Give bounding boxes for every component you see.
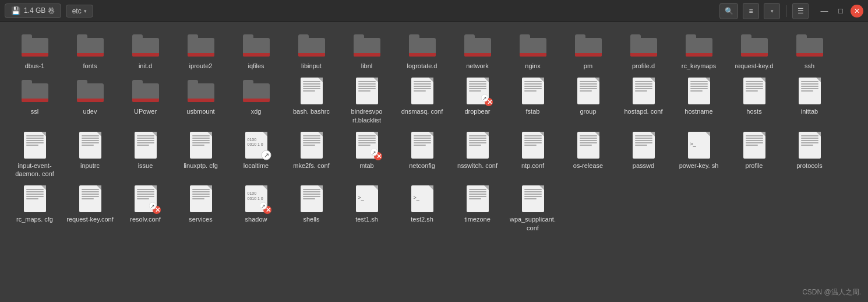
list-item[interactable]: udev [62,73,118,128]
list-item[interactable]: netconfig [394,128,450,182]
file-icon [76,185,104,213]
list-item[interactable]: 0100 0010 1 0↗localtime [228,128,284,182]
titlebar-right: 🔍 ≡ ▾ ☰ — □ ✕ [719,3,863,19]
file-icon [242,77,270,105]
list-item[interactable]: iproute2 [173,28,228,73]
list-item[interactable]: group [560,73,616,128]
file-name-label: hosts [746,107,761,115]
view-list-button[interactable]: ≡ [743,3,759,19]
list-item[interactable]: wpa_supplicant. conf [505,181,560,236]
list-item[interactable]: bash. bashrc [284,73,339,128]
list-item[interactable]: linuxptp. cfg [173,128,228,182]
list-item[interactable]: timezone [450,181,505,236]
list-item[interactable]: request-key.d [726,28,782,73]
dropdown-arrow: ▾ [84,8,87,14]
list-item[interactable]: protocols [782,128,837,182]
list-item[interactable]: libnl [339,28,394,73]
list-item[interactable]: xdg [228,73,284,128]
file-name-label: inittab [801,107,818,115]
hamburger-menu-button[interactable]: ☰ [792,3,809,19]
list-item[interactable]: rc_maps. cfg [7,181,62,236]
svg-text:↗: ↗ [372,150,376,156]
list-item[interactable]: dnsmasq. conf [394,73,450,128]
volume-indicator[interactable]: 💾 1.4 GB 卷 [5,3,61,18]
list-item[interactable]: fonts [62,28,118,73]
list-item[interactable]: profile.d [616,28,671,73]
file-name-label: timezone [464,215,491,223]
file-name-label: udev [83,107,97,115]
file-grid: dbus-1fontsinit.diproute2iqfileslibinput… [0,22,868,302]
file-icon [298,131,326,159]
list-item[interactable]: passwd [616,128,671,182]
path-breadcrumb[interactable]: etc ▾ [66,5,93,17]
file-icon [408,131,436,159]
list-item[interactable]: issue [118,128,173,182]
list-item[interactable]: UPower [118,73,173,128]
list-item[interactable]: shells [284,181,339,236]
file-icon [132,77,160,105]
file-icon [242,31,270,59]
file-icon [76,131,104,159]
list-item[interactable]: input-event-daemon. conf [7,128,62,182]
list-item[interactable]: init.d [118,28,173,73]
file-name-label: dnsmasq. conf [401,107,443,115]
list-item[interactable]: nginx [505,28,560,73]
list-item[interactable]: inputrc [62,128,118,182]
list-item[interactable]: fstab [505,73,560,128]
file-name-label: ssh [805,62,814,70]
maximize-icon: □ [838,6,843,15]
list-item[interactable]: 0100 0010 1 0✕↗shadow [228,181,284,236]
list-item[interactable]: profile [726,128,782,182]
file-name-label: dropbear [464,107,490,115]
file-name-label: ssl [31,107,38,115]
file-icon: >_ [408,185,436,213]
list-item[interactable]: >_power-key. sh [671,128,726,182]
file-name-label: libnl [361,62,373,70]
file-name-label: linuxptp. cfg [184,161,218,170]
file-name-label: mtab [359,161,373,170]
file-name-label: ntp.conf [521,161,544,170]
list-item[interactable]: hostapd. conf [616,73,671,128]
list-item[interactable]: pm [560,28,616,73]
file-name-label: iproute2 [189,62,213,70]
list-item[interactable]: inittab [782,73,837,128]
list-item[interactable]: ✕↗mtab [339,128,394,182]
file-name-label: shells [303,215,319,223]
maximize-button[interactable]: □ [834,5,847,17]
list-item[interactable]: hostname [671,73,726,128]
search-button[interactable]: 🔍 [719,3,738,19]
list-item[interactable]: rc_keymaps [671,28,726,73]
list-item[interactable]: mke2fs. conf [284,128,339,182]
file-name-label: shadow [245,215,267,223]
list-item[interactable]: iqfiles [228,28,284,73]
list-item[interactable]: request-key.conf [62,181,118,236]
list-item[interactable]: libinput [284,28,339,73]
list-item[interactable]: ntp.conf [505,128,560,182]
list-item[interactable]: services [173,181,228,236]
list-item[interactable]: >_test2.sh [394,181,450,236]
list-item[interactable]: usbmount [173,73,228,128]
minimize-button[interactable]: — [818,5,831,17]
list-item[interactable]: hosts [726,73,782,128]
list-item[interactable]: >_test1.sh [339,181,394,236]
list-item[interactable]: dbus-1 [7,28,62,73]
file-icon [353,77,381,105]
list-item[interactable]: ssh [782,28,837,73]
list-icon: ≡ [749,7,753,15]
list-item[interactable]: bindresvpo rt.blacklist [339,73,394,128]
list-item[interactable]: logrotate.d [394,28,450,73]
file-name-label: hostname [684,107,712,115]
file-name-label: iqfiles [248,62,264,70]
list-item[interactable]: os-release [560,128,616,182]
file-name-label: issue [138,161,153,170]
list-item[interactable]: ssl [7,73,62,128]
view-dropdown-button[interactable]: ▾ [764,3,780,19]
list-item[interactable]: network [450,28,505,73]
list-item[interactable]: ✕↗resolv.conf [118,181,173,236]
list-item[interactable]: ✕↗dropbear [450,73,505,128]
close-button[interactable]: ✕ [851,5,863,17]
file-icon [298,185,326,213]
file-icon [685,77,713,105]
list-item[interactable]: nsswitch. conf [450,128,505,182]
file-icon [740,31,768,59]
